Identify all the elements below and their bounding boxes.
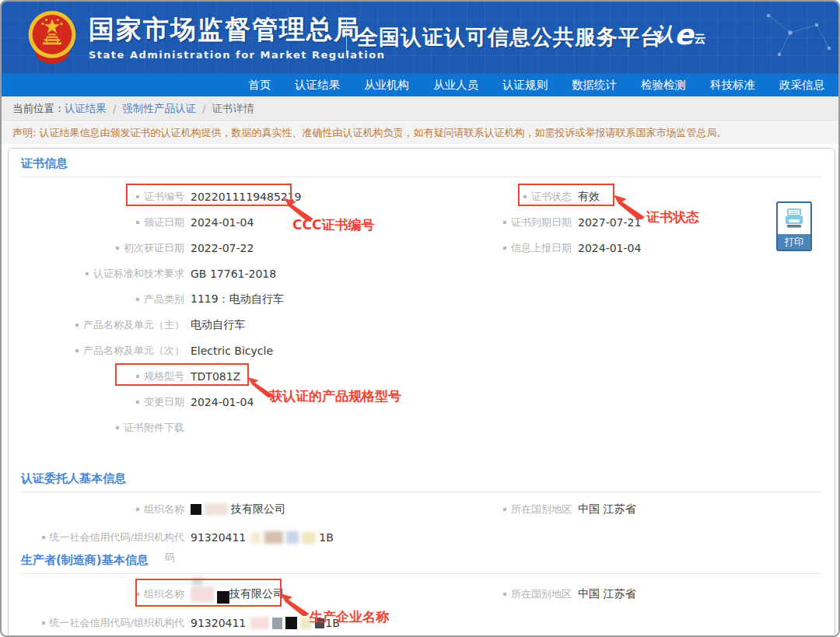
main-nav: 首页 认证结果 从业机构 从业人员 认证规则 数据统计 检验检测 科技标准 政采… <box>2 74 838 96</box>
redaction-block <box>191 504 201 515</box>
annotation-model-spec: 获认证的产品规格型号 <box>269 387 401 405</box>
field-applicant-region: 所在国别地区 中国 江苏省 <box>472 495 835 523</box>
national-emblem-icon <box>25 9 79 68</box>
nav-practitioners[interactable]: 从业人员 <box>433 78 478 93</box>
annotation-cert-number: CCC证书编号 <box>292 216 374 234</box>
certificate-detail-panel: 证书信息 证书编号 2022011119485219 颁证日期 2024-01-… <box>8 148 835 637</box>
nav-institutions[interactable]: 从业机构 <box>364 78 409 93</box>
print-button[interactable]: 打印 <box>776 201 812 251</box>
redaction-block <box>285 617 297 629</box>
annotation-manufacturer: 生产企业名称 <box>310 608 389 626</box>
section-title-manufacturer: 生产者(制造商)基本信息 <box>21 551 835 569</box>
constellation-decoration <box>745 2 838 74</box>
print-button-label: 打印 <box>778 234 810 250</box>
label-wrap-char: 码 <box>165 551 175 565</box>
nav-inspection-testing[interactable]: 检验检测 <box>641 78 686 93</box>
breadcrumb-link-ccc[interactable]: 强制性产品认证 <box>122 102 196 116</box>
org-title-cn: 国家市场监督管理总局 <box>89 12 385 47</box>
nav-procurement-info[interactable]: 政采信息 <box>779 78 824 93</box>
section-title-applicant: 认证委托人基本信息 <box>21 470 835 487</box>
header-divider <box>346 20 347 56</box>
field-manufacturer-org-name: 组织名称 技有限公司 <box>21 579 472 610</box>
field-applicant-credit-code: 统一社会信用代码/组织机构代 91320411 1B <box>21 523 472 551</box>
field-first-issue-date: 初次获证日期 2022-07-22 <box>21 235 472 261</box>
annotation-arrow-cert-status <box>613 194 647 219</box>
platform-title: 全国认证认可信息公共服务平台 <box>357 23 662 51</box>
nav-home[interactable]: 首页 <box>248 78 271 93</box>
redaction-blur <box>192 577 203 586</box>
redaction-block <box>272 618 282 629</box>
redaction-blur <box>250 532 261 544</box>
redaction-blur <box>250 617 269 629</box>
nav-data-statistics[interactable]: 数据统计 <box>572 78 617 93</box>
section-title-cert-info: 证书信息 <box>21 155 835 172</box>
field-product-name-secondary: 产品名称及单元（次） Electric Bicycle <box>21 338 472 363</box>
nav-cert-results[interactable]: 认证结果 <box>295 78 340 93</box>
field-attachment-download: 证书附件下载 <box>21 415 472 440</box>
nav-tech-standards[interactable]: 科技标准 <box>710 78 755 93</box>
redaction-blur <box>302 532 316 544</box>
field-manufacturer-credit-code: 统一社会信用代码/组织机构代 91320411 1B <box>21 610 472 636</box>
nav-cert-rules[interactable]: 认证规则 <box>502 78 548 93</box>
redaction-block <box>217 591 229 604</box>
redaction-blur <box>264 531 283 544</box>
field-standard: 认证标准和技术要求 GB 17761-2018 <box>21 261 472 286</box>
breadcrumb-current: 证书详情 <box>212 102 254 116</box>
field-manufacturer-region: 所在国别地区 中国 江苏省 <box>472 579 835 610</box>
breadcrumb-prefix: 当前位置 : <box>12 102 61 116</box>
field-product-name-main: 产品名称及单元（主） 电动自行车 <box>21 312 472 338</box>
redaction-blur <box>286 531 299 544</box>
breadcrumb-link-cert-results[interactable]: 认证结果 <box>65 102 107 116</box>
ren-e-yun-logo-icon: 认 e 云 <box>655 22 705 47</box>
disclaimer-bar: 声明: 认证结果信息由颁发证书的认证机构提供，数据的真实性、准确性由认证机构负责… <box>2 122 838 144</box>
redaction-blur <box>205 503 228 516</box>
field-applicant-org-name: 组织名称 技有限公司 <box>21 495 472 523</box>
annotation-arrow-manufacturer <box>280 593 311 616</box>
org-title-en: State Administration for Market Regulati… <box>89 49 385 61</box>
breadcrumb: 当前位置 : 认证结果 / 强制性产品认证 / 证书详情 <box>2 96 838 121</box>
printer-icon <box>778 203 810 234</box>
redaction-blur <box>191 586 214 602</box>
field-change-date: 变更日期 2024-01-04 <box>21 389 472 415</box>
field-model-spec: 规格型号 TDT081Z <box>21 363 472 389</box>
field-cert-number: 证书编号 2022011119485219 <box>21 184 472 209</box>
disclaimer-text: 声明: 认证结果信息由颁发证书的认证机构提供，数据的真实性、准确性由认证机构负责… <box>12 126 727 140</box>
certificate-detail-page: 国家市场监督管理总局 State Administration for Mark… <box>0 0 840 637</box>
annotation-cert-status: 证书状态 <box>646 208 699 226</box>
site-header: 国家市场监督管理总局 State Administration for Mark… <box>2 2 838 74</box>
field-issue-date: 颁证日期 2024-01-04 <box>21 209 472 235</box>
field-product-category: 产品类别 1119：电动自行车 <box>21 286 472 312</box>
